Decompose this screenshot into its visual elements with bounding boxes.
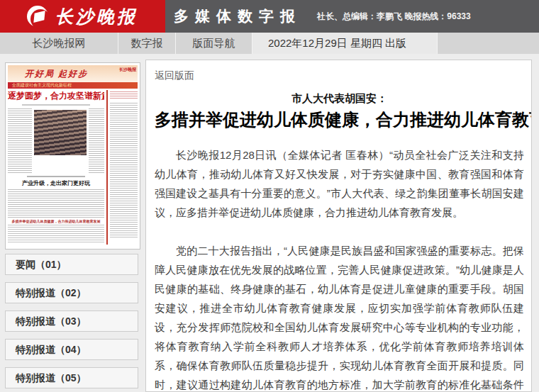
thumbnail-photo-caption-rule: [27, 176, 85, 177]
thumbnail-headline-secondary: 产业升级，走出家门更好玩: [8, 179, 104, 187]
article-body: 长沙晚报12月28日讯（全媒体记者 匡春林）“动员全社会广泛关注和支持幼儿体育，…: [155, 145, 524, 392]
thumbnail-paper-name: 长沙晚报: [119, 67, 136, 72]
page-list-item-04[interactable]: 特别报道（04）: [5, 339, 138, 360]
article-paragraph: 党的二十大报告指出，“人民健康是民族昌盛和国家强盛的重要标志。把保障人民健康放在…: [155, 241, 524, 392]
page-list-item-01[interactable]: 要闻（01）: [5, 254, 138, 275]
article-panel: 返回版面 市人大代表胡国安： 多措并举促进幼儿体质健康，合力推进幼儿体育教育发展…: [145, 60, 532, 392]
thumbnail-masthead-band: 开好局 起好步 长沙晚报: [8, 65, 138, 82]
thumbnail-red-banner: 全面建设社会主义现代化新征程: [8, 82, 138, 89]
thumbnail-right-text-lines: [110, 103, 138, 237]
front-page-thumbnail[interactable]: 开好局 起好步 长沙晚报 全面建设社会主义现代化新征程 逐梦圆梦，合力攻坚谱新篇…: [5, 62, 140, 250]
newspaper-logo-text: 长沙晚报: [55, 5, 138, 28]
nav-item-page-navigation[interactable]: 版面导航: [176, 33, 252, 54]
thumbnail-right-red-text: [110, 91, 138, 100]
nav-item-website[interactable]: 长沙晚报网: [0, 33, 118, 54]
nav-item-digital-paper[interactable]: 数字报: [118, 33, 176, 54]
page-list-item-03[interactable]: 特别报道（03）: [5, 310, 138, 332]
thumbnail-text-column: [89, 108, 104, 174]
publish-date: 2022年12月29日 星期四 出版: [252, 33, 438, 54]
site-title: 多媒体数字报: [174, 6, 301, 26]
top-header: 长沙晚报 多媒体数字报 社长、总编辑：李鹏飞 晚报热线：96333: [0, 0, 539, 33]
page-list-item-02[interactable]: 特别报道（02）: [5, 282, 138, 303]
thumbnail-subhead-rule: [22, 104, 89, 106]
main-nav: 长沙晚报网 数字报 版面导航 2022年12月29日 星期四 出版: [0, 33, 539, 54]
thumbnail-headline-main: 逐梦圆梦，合力攻坚谱新篇: [8, 90, 104, 102]
thumbnail-text-block: [8, 189, 104, 218]
publisher-info: 社长、总编辑：李鹏飞 晚报热线：96333: [317, 11, 471, 23]
newspaper-logo[interactable]: 长沙晚报: [0, 0, 165, 33]
thumbnail-right-column: [106, 90, 138, 245]
article-subtitle: 市人大代表胡国安：: [155, 92, 524, 106]
page-list: 要闻（01） 特别报道（02） 特别报道（03） 特别报道（04） 特别报道（0…: [5, 254, 138, 392]
newspaper-logo-icon: [27, 6, 48, 27]
thumbnail-main-column: 逐梦圆梦，合力攻坚谱新篇 产业升级，走出家门更好玩 多措并举促进幼儿体质健康，合…: [8, 90, 104, 245]
thumbnail-meeting-photo: [34, 110, 87, 155]
thumbnail-photo-row: [8, 108, 104, 174]
thumbnail-page-body: 逐梦圆梦，合力攻坚谱新篇 产业升级，走出家门更好玩 多措并举促进幼儿体质健康，合…: [8, 90, 138, 245]
thumbnail-calligraphy-slogan: 开好局 起好步: [8, 65, 138, 80]
article-title: 多措并举促进幼儿体质健康，合力推进幼儿体育教育发展: [155, 108, 524, 131]
back-to-page-link[interactable]: 返回版面: [155, 69, 194, 82]
article-paragraph: 长沙晚报12月28日讯（全媒体记者 匡春林）“动员全社会广泛关注和支持幼儿体育，…: [155, 145, 524, 222]
thumbnail-article-headline: 多措并举促进幼儿体质健康，合力推进幼儿体育教育发展: [8, 219, 104, 223]
thumbnail-text-column: [8, 108, 32, 174]
page-list-item-05[interactable]: 特别报道（05）: [5, 367, 138, 388]
thumbnail-text-block: [8, 225, 104, 243]
